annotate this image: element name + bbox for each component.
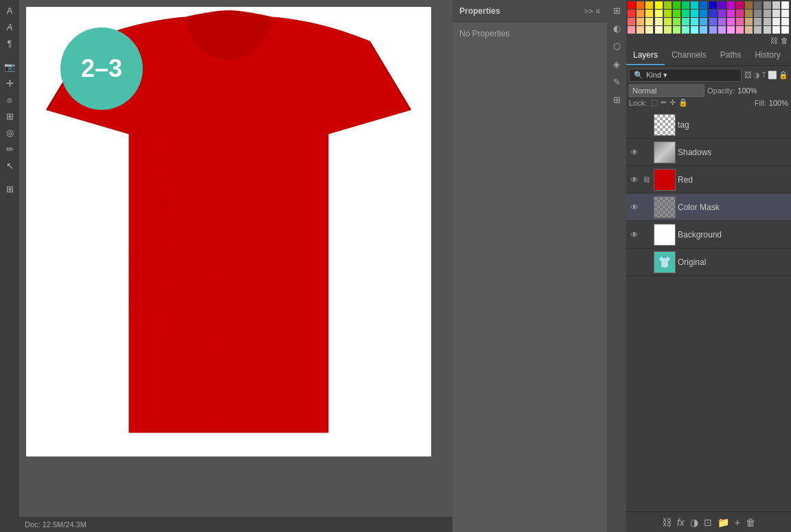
color-swatch[interactable] bbox=[709, 10, 717, 17]
color-swatch[interactable] bbox=[718, 10, 726, 17]
color-swatch[interactable] bbox=[664, 10, 672, 17]
group-layer-icon[interactable]: 📁 bbox=[718, 517, 729, 528]
color-swatch[interactable] bbox=[664, 1, 672, 9]
color-swatch[interactable] bbox=[691, 1, 698, 9]
layer-row[interactable]: 👁Color Mask bbox=[626, 194, 791, 221]
color-swatch[interactable] bbox=[700, 26, 707, 34]
layer-visibility-toggle[interactable]: 👁 bbox=[629, 147, 640, 158]
color-swatch[interactable] bbox=[709, 1, 717, 9]
color-swatch[interactable] bbox=[727, 1, 735, 9]
color-swatch[interactable] bbox=[764, 10, 771, 17]
color-swatch[interactable] bbox=[764, 26, 771, 34]
tab-history[interactable]: History bbox=[748, 46, 787, 65]
color-swatch[interactable] bbox=[673, 18, 680, 25]
color-swatch[interactable] bbox=[682, 18, 689, 25]
color-swatch[interactable] bbox=[682, 26, 689, 34]
color-swatch[interactable] bbox=[645, 1, 653, 9]
color-swatch[interactable] bbox=[781, 18, 789, 25]
tab-channels[interactable]: Channels bbox=[665, 46, 713, 65]
new-layer-icon[interactable]: + bbox=[735, 517, 740, 528]
color-swatch[interactable] bbox=[700, 18, 707, 25]
color-swatch[interactable] bbox=[745, 18, 753, 25]
filter-image-icon[interactable]: 🖼 bbox=[744, 71, 752, 80]
color-swatch[interactable] bbox=[655, 10, 663, 17]
fx-icon[interactable]: fx bbox=[677, 517, 685, 528]
color-swatch[interactable] bbox=[781, 26, 789, 34]
color-swatch[interactable] bbox=[718, 26, 726, 34]
color-swatch[interactable] bbox=[772, 26, 780, 34]
color-swatch[interactable] bbox=[754, 26, 761, 34]
delete-layer-icon[interactable]: 🗑 bbox=[746, 517, 755, 528]
color-swatch[interactable] bbox=[736, 26, 744, 34]
color-swatch[interactable] bbox=[727, 18, 735, 25]
filter-type-icon[interactable]: T bbox=[761, 71, 766, 80]
color-swatch[interactable] bbox=[673, 10, 680, 17]
color-swatch[interactable] bbox=[764, 1, 771, 9]
layer-visibility-toggle[interactable]: 👁 bbox=[629, 174, 640, 185]
tool-camera[interactable]: 📷 bbox=[2, 59, 17, 74]
color-swatch[interactable] bbox=[772, 18, 780, 25]
panel-icon-trash[interactable]: 🗑 bbox=[781, 36, 788, 45]
color-swatch[interactable] bbox=[673, 26, 680, 34]
color-swatch[interactable] bbox=[781, 1, 789, 9]
filter-smart-icon[interactable]: 🔒 bbox=[779, 71, 788, 80]
color-swatch[interactable] bbox=[655, 1, 663, 9]
tool-paragraph[interactable]: ¶ bbox=[2, 36, 17, 51]
layer-visibility-toggle[interactable]: 👁 bbox=[629, 229, 640, 240]
tab-paths[interactable]: Paths bbox=[713, 46, 748, 65]
lock-transparency-icon[interactable]: ⬚ bbox=[651, 98, 658, 107]
color-swatch[interactable] bbox=[736, 18, 744, 25]
tool-lasso[interactable]: ⌾ bbox=[2, 92, 17, 107]
color-swatch[interactable] bbox=[637, 18, 644, 25]
color-swatch[interactable] bbox=[691, 10, 698, 17]
color-swatch[interactable] bbox=[664, 26, 672, 34]
kind-dropdown[interactable]: Kind ▾ bbox=[646, 71, 667, 80]
color-swatch[interactable] bbox=[745, 10, 753, 17]
color-swatch[interactable] bbox=[718, 1, 726, 9]
color-swatch[interactable] bbox=[645, 26, 653, 34]
color-swatch[interactable] bbox=[655, 18, 663, 25]
color-swatch[interactable] bbox=[691, 18, 698, 25]
color-swatch[interactable] bbox=[637, 10, 644, 17]
color-swatch[interactable] bbox=[655, 26, 663, 34]
layer-row[interactable]: 👁Background bbox=[626, 221, 791, 248]
side-icon-grid2[interactable]: ⊞ bbox=[609, 92, 624, 107]
layer-row[interactable]: tag bbox=[626, 111, 791, 139]
color-swatch[interactable] bbox=[628, 1, 635, 9]
color-swatch[interactable] bbox=[718, 18, 726, 25]
color-swatch[interactable] bbox=[628, 10, 635, 17]
color-swatch[interactable] bbox=[736, 1, 744, 9]
layer-visibility-toggle[interactable] bbox=[629, 119, 640, 130]
color-swatch[interactable] bbox=[736, 10, 744, 17]
color-swatch[interactable] bbox=[781, 10, 789, 17]
adjustment-layer-icon[interactable]: ◑ bbox=[690, 517, 698, 528]
color-swatch[interactable] bbox=[727, 10, 735, 17]
color-swatch[interactable] bbox=[754, 10, 761, 17]
color-swatch[interactable] bbox=[772, 1, 780, 9]
color-swatch[interactable] bbox=[682, 10, 689, 17]
link-layer-icon[interactable]: ⛓ bbox=[662, 517, 672, 528]
side-icon-adjust[interactable]: ◐ bbox=[609, 21, 624, 36]
color-swatch[interactable] bbox=[700, 1, 707, 9]
side-icon-pen[interactable]: ✎ bbox=[609, 74, 624, 89]
lock-position-icon[interactable]: ✛ bbox=[669, 98, 676, 107]
tool-layers-comp[interactable]: ⊞ bbox=[2, 108, 17, 124]
layer-visibility-toggle[interactable]: 👁 bbox=[629, 202, 640, 213]
side-icon-smart[interactable]: ⬡ bbox=[609, 38, 624, 54]
color-swatch[interactable] bbox=[682, 1, 689, 9]
color-swatch[interactable] bbox=[664, 18, 672, 25]
lock-pixels-icon[interactable]: ✏ bbox=[661, 98, 667, 107]
color-swatch[interactable] bbox=[628, 18, 635, 25]
color-swatch[interactable] bbox=[709, 26, 717, 34]
side-icon-layers[interactable]: ⊞ bbox=[609, 3, 624, 18]
tool-type[interactable]: A bbox=[2, 3, 17, 18]
blend-mode-select[interactable]: Normal Multiply Screen bbox=[629, 84, 704, 97]
panel-icon-link[interactable]: ⛓ bbox=[770, 36, 778, 45]
lock-artboard-icon[interactable]: 🔒 bbox=[678, 98, 688, 107]
color-swatch[interactable] bbox=[709, 18, 717, 25]
layer-row[interactable]: 👁Shadows bbox=[626, 139, 791, 166]
side-icon-brush[interactable]: ◈ bbox=[609, 56, 624, 71]
color-swatch[interactable] bbox=[727, 26, 735, 34]
color-swatch[interactable] bbox=[754, 1, 761, 9]
filter-adjust-icon[interactable]: ◑ bbox=[753, 71, 760, 80]
